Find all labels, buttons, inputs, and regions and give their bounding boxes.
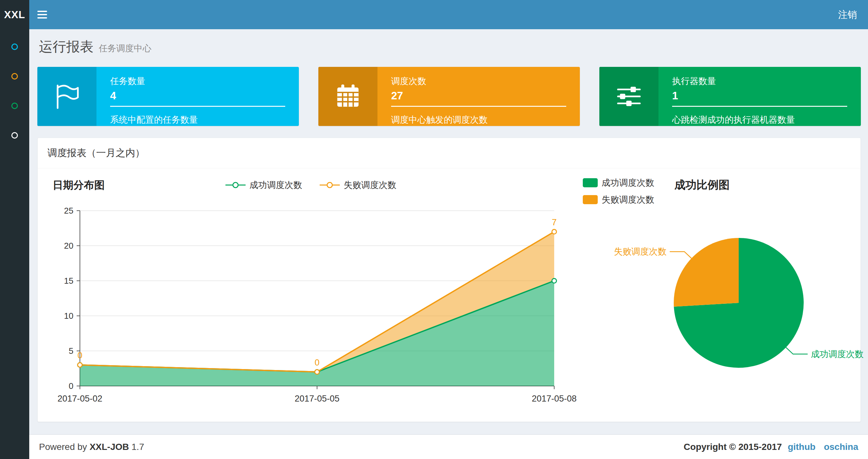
line-chart-title: 日期分布图 xyxy=(53,178,104,193)
panel-title: 调度报表（一月之内） xyxy=(38,138,861,168)
circle-icon xyxy=(11,103,18,109)
legend-label: 失败调度次数 xyxy=(344,179,396,191)
success-ratio-chart: 成功调度次数失败调度次数 xyxy=(583,205,859,400)
github-link[interactable]: github xyxy=(788,442,816,452)
svg-text:2017-05-02: 2017-05-02 xyxy=(58,394,102,403)
svg-text:20: 20 xyxy=(64,241,73,251)
date-distribution-box: 日期分布图 成功调度次数 xyxy=(48,175,574,409)
divider xyxy=(391,106,566,107)
info-box-trigger-count: 调度次数 27 调度中心触发的调度次数 xyxy=(318,67,580,126)
sidebar-item-executor[interactable] xyxy=(0,121,29,150)
sidebar-item-jobs[interactable] xyxy=(0,61,29,91)
info-box-desc: 系统中配置的任务数量 xyxy=(110,114,285,126)
summary-cards: 任务数量 4 系统中配置的任务数量 xyxy=(37,67,861,126)
pie-chart-title: 成功比例图 xyxy=(674,177,730,193)
info-box-value: 27 xyxy=(391,90,566,102)
page-footer: Powered by XXL-JOB 1.7 Copyright © 2015-… xyxy=(29,434,868,459)
flag-icon xyxy=(37,67,96,126)
circle-icon xyxy=(11,73,18,79)
svg-text:0: 0 xyxy=(314,358,319,367)
schedule-report-panel: 调度报表（一月之内） 日期分布图 成功调度次数 xyxy=(37,138,861,422)
sidebar-item-log[interactable] xyxy=(0,91,29,121)
legend-label: 失败调度次数 xyxy=(601,194,654,205)
svg-text:15: 15 xyxy=(64,276,73,286)
calendar-icon xyxy=(318,67,377,126)
product-name: XXL-JOB xyxy=(90,442,129,452)
divider xyxy=(110,106,285,107)
svg-text:7: 7 xyxy=(552,218,556,227)
content-wrapper: 运行报表 任务调度中心 任务数量 4 系统中配置的任务数量 xyxy=(29,29,868,434)
charts-area: 日期分布图 成功调度次数 xyxy=(38,168,861,422)
info-box-desc: 调度中心触发的调度次数 xyxy=(391,114,566,126)
page-subtitle: 任务调度中心 xyxy=(99,42,151,54)
page-header: 运行报表 任务调度中心 xyxy=(29,29,868,62)
legend-item-fail[interactable]: 失败调度次数 xyxy=(583,194,654,205)
legend-swatch-icon xyxy=(583,195,598,204)
info-box-label: 执行器数量 xyxy=(672,75,847,87)
sidebar-toggle-button[interactable] xyxy=(29,0,55,29)
svg-text:10: 10 xyxy=(64,311,73,321)
svg-text:成功调度次数: 成功调度次数 xyxy=(811,349,864,359)
info-box-value: 4 xyxy=(110,90,285,102)
logout-link[interactable]: 注销 xyxy=(827,0,868,29)
page-title: 运行报表 xyxy=(39,38,94,56)
divider xyxy=(672,106,847,107)
line-chart-legend: 成功调度次数 失败调度次数 xyxy=(48,175,574,194)
info-box-executor-count: 执行器数量 1 心跳检测成功的执行器机器数量 xyxy=(599,67,861,126)
copyright-text: Copyright © 2015-2017 xyxy=(684,442,782,452)
info-box-label: 任务数量 xyxy=(110,75,285,87)
svg-text:5: 5 xyxy=(69,346,73,356)
line-marker-icon xyxy=(225,181,246,189)
sliders-icon xyxy=(599,67,658,126)
svg-text:失败调度次数: 失败调度次数 xyxy=(614,247,666,257)
oschina-link[interactable]: oschina xyxy=(824,442,858,452)
circle-icon xyxy=(11,132,18,139)
info-box-desc: 心跳检测成功的执行器机器数量 xyxy=(672,114,847,126)
info-box-value: 1 xyxy=(672,90,847,102)
legend-swatch-icon xyxy=(583,178,598,187)
legend-label: 成功调度次数 xyxy=(601,177,654,189)
svg-text:0: 0 xyxy=(69,381,73,391)
hamburger-icon xyxy=(37,11,47,12)
sidebar-nav xyxy=(0,29,29,459)
line-marker-icon xyxy=(319,181,340,189)
top-navbar: XXL 注销 xyxy=(0,0,868,29)
svg-text:0: 0 xyxy=(77,351,82,360)
product-version: 1.7 xyxy=(131,442,144,452)
pie-chart-legend: 成功调度次数 失败调度次数 xyxy=(583,177,654,205)
svg-text:25: 25 xyxy=(64,206,73,216)
svg-text:2017-05-05: 2017-05-05 xyxy=(294,394,339,403)
legend-item-success[interactable]: 成功调度次数 xyxy=(583,177,654,189)
legend-item-success[interactable]: 成功调度次数 xyxy=(225,179,302,191)
info-box-job-count: 任务数量 4 系统中配置的任务数量 xyxy=(37,67,299,126)
legend-item-fail[interactable]: 失败调度次数 xyxy=(319,179,396,191)
success-ratio-box: 成功调度次数 失败调度次数 成功比例图 成功调度次数失败调度次数 xyxy=(574,175,859,409)
app-logo[interactable]: XXL xyxy=(0,0,29,29)
legend-label: 成功调度次数 xyxy=(249,179,302,191)
svg-text:2017-05-08: 2017-05-08 xyxy=(532,394,577,403)
circle-icon xyxy=(11,43,18,50)
date-distribution-chart: 05101520252017-05-022017-05-052017-05-08… xyxy=(48,194,574,409)
sidebar-item-report[interactable] xyxy=(0,32,29,61)
powered-by: Powered by XXL-JOB 1.7 xyxy=(39,442,144,452)
info-box-label: 调度次数 xyxy=(391,75,566,87)
